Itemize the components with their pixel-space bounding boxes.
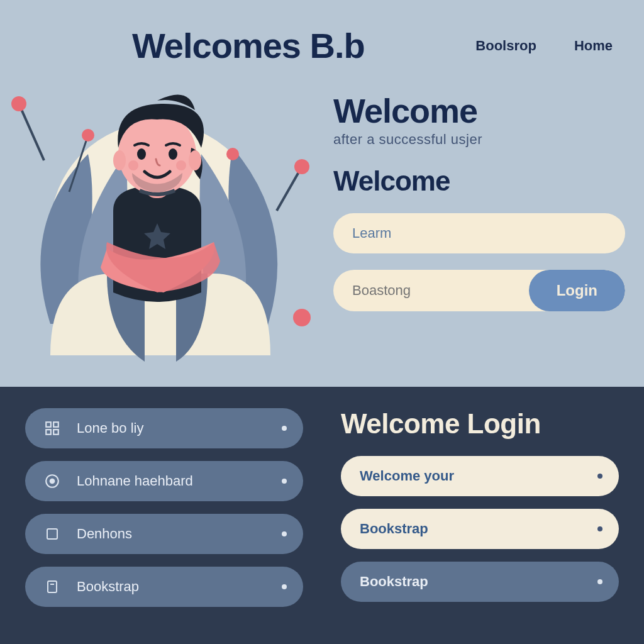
menu-item-lone[interactable]: Lone bo liy <box>25 408 303 448</box>
square-icon <box>42 523 63 545</box>
svg-point-22 <box>50 479 55 484</box>
svg-rect-20 <box>53 430 58 435</box>
menu-item-label: Bookstrap <box>77 579 139 595</box>
band-title: Welcome Login <box>341 408 619 440</box>
chevron-dot-icon <box>282 584 287 589</box>
select-label: Bookstrap <box>360 574 428 590</box>
select-bookstrap-1[interactable]: Bookstrap <box>341 509 619 549</box>
svg-point-7 <box>293 309 311 326</box>
nav-link-boolsrop[interactable]: Boolsrop <box>475 38 536 54</box>
svg-point-12 <box>189 150 201 170</box>
band-left-column: Lone bo liy Lohnane haehbard Denhons <box>25 408 303 626</box>
menu-item-label: Denhons <box>77 526 132 542</box>
circle-icon <box>42 470 63 492</box>
doc-icon <box>42 576 63 597</box>
svg-point-13 <box>137 148 146 160</box>
learn-input[interactable] <box>333 213 625 253</box>
svg-rect-19 <box>46 430 51 435</box>
hero-title-secondary: Welcome <box>333 165 625 197</box>
svg-point-2 <box>11 96 26 111</box>
svg-rect-23 <box>47 529 57 539</box>
nav-link-home[interactable]: Home <box>574 38 613 54</box>
select-bookstrap-2[interactable]: Bookstrap <box>341 562 619 602</box>
chevron-dot-icon <box>597 579 602 584</box>
svg-point-6 <box>294 159 309 174</box>
chevron-dot-icon <box>282 426 287 431</box>
svg-point-16 <box>176 160 186 170</box>
menu-item-label: Lone bo liy <box>77 420 143 436</box>
menu-item-lohnane[interactable]: Lohnane haehbard <box>25 461 303 501</box>
svg-point-15 <box>128 160 138 170</box>
chevron-dot-icon <box>282 531 287 536</box>
bottom-band: Lone bo liy Lohnane haehbard Denhons <box>0 387 644 644</box>
select-welcome-your[interactable]: Welcome your <box>341 456 619 496</box>
svg-line-1 <box>19 104 44 160</box>
menu-item-label: Lohnane haehbard <box>77 473 193 489</box>
header: Welcomes B.b Boolsrop Home <box>0 0 644 72</box>
chevron-dot-icon <box>597 474 602 479</box>
band-right-column: Welcome Login Welcome your Bookstrap Boo… <box>341 408 619 626</box>
site-logo: Welcomes B.b <box>132 25 365 66</box>
select-label: Welcome your <box>360 468 454 484</box>
svg-rect-24 <box>48 581 57 592</box>
select-label: Bookstrap <box>360 521 428 537</box>
hero-section: Welcome after a successful usjer Welcome… <box>0 72 644 387</box>
boasting-input[interactable] <box>352 282 529 299</box>
top-nav: Boolsrop Home <box>475 38 613 54</box>
svg-point-14 <box>169 148 177 160</box>
grid-icon <box>42 418 63 439</box>
svg-point-4 <box>82 129 94 142</box>
hero-subtitle: after a successful usjer <box>333 131 625 148</box>
hero-illustration <box>0 85 314 374</box>
svg-line-5 <box>277 167 302 211</box>
login-input-row: Login <box>333 270 625 311</box>
svg-rect-18 <box>53 422 58 427</box>
login-button[interactable]: Login <box>529 270 625 311</box>
menu-item-denhons[interactable]: Denhons <box>25 514 303 554</box>
chevron-dot-icon <box>597 526 602 531</box>
svg-rect-17 <box>46 422 51 427</box>
hero-title: Welcome <box>333 91 625 130</box>
svg-point-11 <box>113 150 126 170</box>
menu-item-bookstrap[interactable]: Bookstrap <box>25 567 303 607</box>
svg-point-8 <box>226 148 239 160</box>
hero-content: Welcome after a successful usjer Welcome… <box>314 72 625 362</box>
chevron-dot-icon <box>282 479 287 484</box>
